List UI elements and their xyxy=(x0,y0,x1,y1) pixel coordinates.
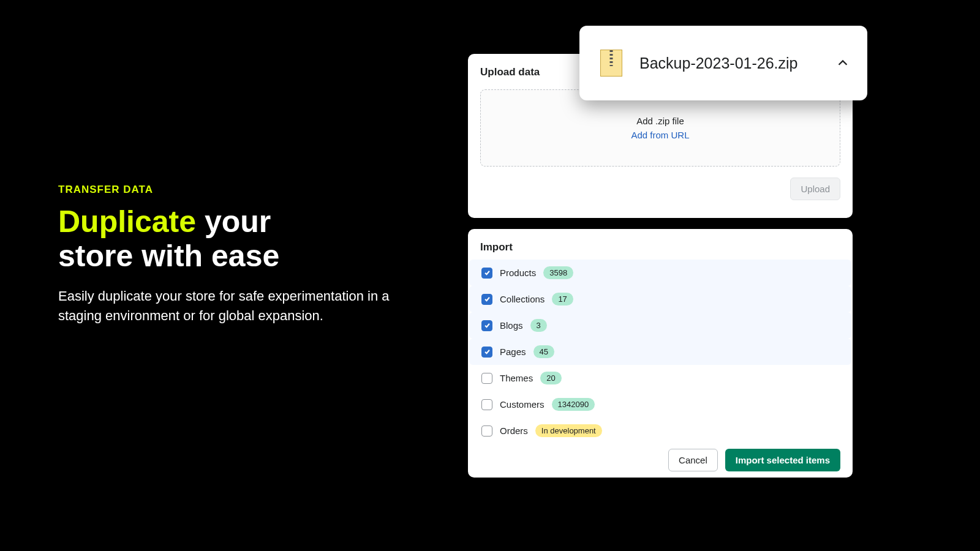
row-label: Orders xyxy=(500,425,528,436)
import-row-themes[interactable]: Themes20 xyxy=(469,365,851,391)
checkbox-blogs[interactable] xyxy=(481,320,492,331)
cancel-button[interactable]: Cancel xyxy=(668,449,718,471)
row-label: Collections xyxy=(500,294,545,304)
eyebrow: TRANSFER DATA xyxy=(58,184,426,196)
chevron-up-icon[interactable] xyxy=(835,56,850,70)
count-badge: 3 xyxy=(530,319,547,332)
row-label: Products xyxy=(500,268,536,278)
toast-filename: Backup-2023-01-26.zip xyxy=(639,54,835,72)
import-row-products[interactable]: Products3598 xyxy=(469,260,851,286)
import-actions: Cancel Import selected items xyxy=(468,444,853,471)
subhead: Easily duplicate your store for safe exp… xyxy=(58,287,413,326)
import-row-orders[interactable]: OrdersIn development xyxy=(469,418,851,444)
checkbox-pages[interactable] xyxy=(481,347,492,358)
checkbox-themes[interactable] xyxy=(481,373,492,384)
upload-dropzone[interactable]: Add .zip file Add from URL xyxy=(480,89,840,167)
zip-file-icon xyxy=(600,50,622,77)
import-selected-button[interactable]: Import selected items xyxy=(725,449,840,471)
import-title: Import xyxy=(468,241,853,253)
dropzone-label: Add .zip file xyxy=(636,116,684,126)
file-toast[interactable]: Backup-2023-01-26.zip xyxy=(579,26,867,100)
row-label: Customers xyxy=(500,399,545,410)
upload-actions: Upload xyxy=(480,178,840,200)
count-badge: 17 xyxy=(552,293,573,305)
row-label: Pages xyxy=(500,347,526,357)
checkbox-products[interactable] xyxy=(481,268,492,279)
import-rows: Products3598Collections17Blogs3Pages45Th… xyxy=(468,260,853,444)
status-badge: In development xyxy=(535,424,602,437)
upload-button[interactable]: Upload xyxy=(790,178,840,200)
headline-rest-1: your xyxy=(196,204,271,239)
row-label: Blogs xyxy=(500,320,523,331)
headline-rest-2: store with ease xyxy=(58,239,279,273)
checkbox-collections[interactable] xyxy=(481,294,492,305)
hero-copy: TRANSFER DATA Duplicate your store with … xyxy=(58,184,426,326)
headline-accent: Duplicate xyxy=(58,204,196,239)
import-row-customers[interactable]: Customers1342090 xyxy=(469,391,851,418)
import-row-pages[interactable]: Pages45 xyxy=(469,339,851,365)
add-from-url-link[interactable]: Add from URL xyxy=(631,130,689,140)
checkbox-orders[interactable] xyxy=(481,425,492,437)
count-badge: 1342090 xyxy=(552,398,595,411)
headline: Duplicate your store with ease xyxy=(58,204,426,273)
import-card: Import Products3598Collections17Blogs3Pa… xyxy=(468,229,853,478)
count-badge: 3598 xyxy=(543,266,573,279)
count-badge: 45 xyxy=(533,345,554,358)
checkbox-customers[interactable] xyxy=(481,399,492,410)
count-badge: 20 xyxy=(540,372,561,384)
import-row-blogs[interactable]: Blogs3 xyxy=(469,312,851,339)
row-label: Themes xyxy=(500,373,533,383)
import-row-collections[interactable]: Collections17 xyxy=(469,286,851,312)
